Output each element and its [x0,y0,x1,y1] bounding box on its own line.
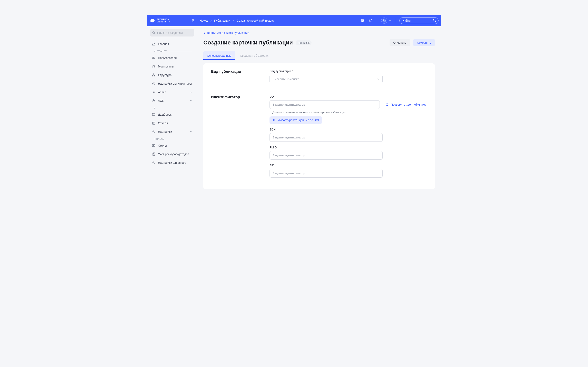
svg-point-15 [153,31,155,33]
sidebar-item-label: Дашборды [158,113,172,116]
double-chevron-down-icon [273,119,276,122]
sidebar-item-structure[interactable]: Структура [150,71,194,79]
breadcrumb: Наука Публикации Создание новой публикац… [200,19,275,22]
sidebar-search-input[interactable] [150,29,194,36]
sidebar-item-groups[interactable]: Мои группы [150,62,194,71]
eid-label: EID [269,164,427,167]
check-identifier-link[interactable]: Проверить идентификатор [385,103,426,106]
svg-point-33 [153,162,154,163]
settings-sliders-icon[interactable] [361,18,365,23]
sidebar-section-intranet: ИНТРАНЕТ [150,48,194,54]
back-link[interactable]: Вернуться в список публикаций [203,31,249,34]
edn-label: EDN [269,128,427,131]
sidebar-item-label: Главная [158,42,169,46]
doi-input[interactable] [269,100,380,109]
tabs: Основные данные Сведения об авторах [203,51,435,60]
doi-label: DOI [269,95,427,98]
top-header: SECHENOV UNIVERSITY Наука Публикации Соз… [147,15,441,26]
svg-point-23 [152,75,153,76]
back-link-label: Вернуться в список публикаций [207,31,249,34]
sidebar-item-budget[interactable]: Сметы [150,141,194,150]
divider [395,18,395,23]
pub-type-select[interactable]: Выберите из списка [269,75,383,83]
chevron-down-icon [377,78,380,80]
sidebar-item-home[interactable]: Главная [150,40,194,48]
sidebar-section-bi: BI [150,105,194,110]
user-menu[interactable] [381,17,391,24]
logo-text: SECHENOV UNIVERSITY [157,18,170,23]
help-icon[interactable] [369,18,373,23]
tab-main-data[interactable]: Основные данные [203,51,235,60]
svg-point-17 [153,57,154,58]
status-badge: Черновик [296,40,311,45]
sidebar-item-finance-settings[interactable]: Настройки финансов [150,158,194,167]
chevron-down-icon [190,100,192,101]
sidebar-item-org-settings[interactable]: Настройки орг. структуры [150,79,194,88]
sidebar-item-label: Структура [158,73,172,77]
structure-icon [152,73,156,77]
eid-input[interactable] [269,169,383,178]
svg-point-8 [363,20,364,21]
cancel-button[interactable]: Отменить [389,39,410,46]
svg-line-16 [154,33,155,34]
select-placeholder: Выберите из списка [273,77,299,81]
breadcrumb-item[interactable]: Наука [200,19,208,22]
pmid-input[interactable] [269,151,383,160]
sidebar-item-admin[interactable]: Admin [150,88,194,96]
svg-point-30 [153,131,154,132]
sidebar-item-label: Настройки финансов [158,161,186,164]
doi-hint: Данные можно импортировать в поля карточ… [269,111,427,114]
sidebar-item-label: Отчеты [158,122,168,125]
svg-point-18 [154,57,155,58]
svg-point-21 [153,65,154,66]
sidebar-item-reports[interactable]: Отчеты [150,119,194,127]
sidebar-item-bi-settings[interactable]: Настройки [150,127,194,136]
gear-icon [152,82,156,85]
sidebar-search[interactable] [150,29,194,36]
svg-point-24 [154,75,155,76]
logo-icon [149,18,155,23]
sidebar-item-label: Учёт расходов/доходов [158,152,189,156]
ledger-icon [152,152,156,156]
groups-icon [152,65,156,68]
home-icon [152,42,156,46]
sidebar-item-users[interactable]: Пользователи [150,54,194,62]
svg-rect-27 [153,100,155,102]
sidebar-item-label: Сметы [158,144,167,147]
admin-icon [152,90,156,94]
pin-icon[interactable] [190,18,196,24]
breadcrumb-item: Создание новой публикации [237,19,274,22]
gear-icon [152,130,156,133]
search-icon [152,31,155,34]
tab-authors[interactable]: Сведения об авторах [236,51,272,60]
logo[interactable]: SECHENOV UNIVERSITY [149,18,190,23]
save-button[interactable]: Сохранить [413,39,435,46]
import-doi-button[interactable]: Импортировать данные по DOI [269,117,322,124]
check-identifier-label: Проверить идентификатор [391,103,426,106]
gear-icon [152,161,156,165]
users-icon [152,56,156,60]
chevron-right-icon [210,20,212,22]
svg-point-25 [153,83,154,84]
chevron-down-icon [389,20,391,21]
sidebar-item-ledger[interactable]: Учёт расходов/доходов [150,150,194,158]
svg-point-10 [371,21,371,21]
page-title: Создание карточки публикации [203,39,293,46]
search-icon [433,19,436,22]
sidebar-item-label: Настройки [158,130,172,133]
breadcrumb-item[interactable]: Публикации [214,19,230,22]
global-search[interactable] [399,17,439,24]
budget-icon [152,144,156,147]
sidebar-item-dashboards[interactable]: Дашборды [150,110,194,119]
edn-input[interactable] [269,133,383,142]
sidebar-item-label: Мои группы [158,65,173,68]
svg-rect-28 [152,113,155,115]
chevron-down-icon [190,131,192,133]
reports-icon [152,121,156,125]
sidebar-item-acl[interactable]: ACL [150,96,194,105]
pmid-label: PMID [269,146,427,149]
form-card: Вид публикации Вид публикации * Выберите… [203,63,435,189]
chevron-left-icon [203,32,205,34]
sidebar-item-label: Пользователи [158,56,177,59]
refresh-icon [385,103,389,106]
